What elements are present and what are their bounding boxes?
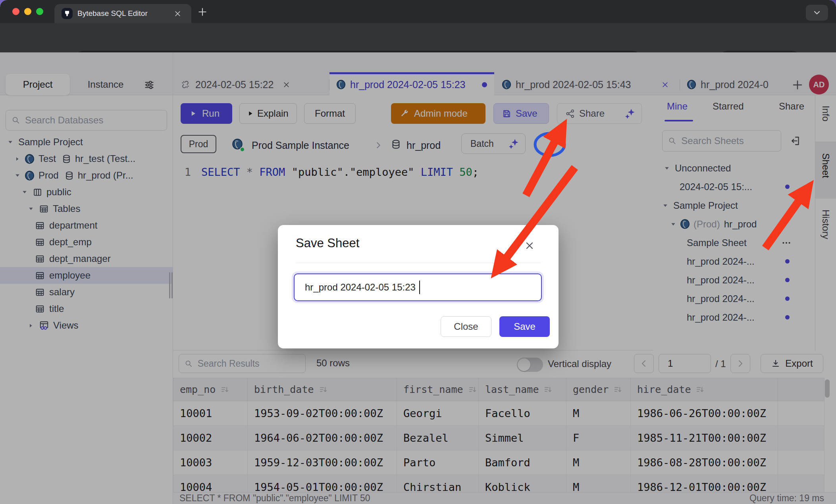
chevron-down-icon	[812, 8, 822, 17]
close-icon[interactable]	[524, 240, 535, 251]
window-zoom-button[interactable]	[36, 8, 43, 15]
window-minimize-button[interactable]	[24, 8, 31, 15]
tab-close-icon[interactable]	[173, 10, 182, 18]
text-cursor	[419, 281, 420, 294]
bytebase-favicon-icon	[62, 8, 73, 19]
dialog-close-button[interactable]: Close	[441, 316, 491, 337]
dialog-save-button[interactable]: Save	[499, 316, 550, 337]
window-close-button[interactable]	[12, 8, 19, 15]
browser-tab[interactable]: Bytebase SQL Editor	[54, 4, 191, 23]
dialog-title: Save Sheet	[296, 236, 359, 250]
sheet-name-input[interactable]	[304, 281, 541, 293]
tab-search-button[interactable]	[806, 5, 828, 21]
divider	[296, 263, 541, 263]
save-sheet-dialog: Save Sheet Close Save	[278, 225, 559, 348]
browser-tab-title: Bytebase SQL Editor	[77, 9, 148, 18]
browser-titlebar: Bytebase SQL Editor	[0, 0, 836, 23]
sheet-name-box	[294, 273, 542, 301]
browser-toolbar: localhost:8080/sql-editor/prod-sample-in…	[0, 23, 836, 52]
browser-window: Bytebase SQL Editor localhost:8080/sql-e…	[0, 0, 836, 504]
new-tab-icon[interactable]	[197, 7, 208, 17]
